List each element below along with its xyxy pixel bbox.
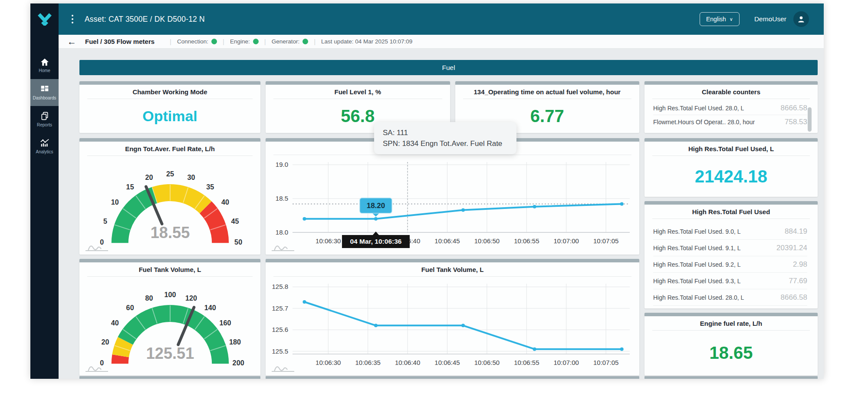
card-gauge-fuel-rate: Engn Tot.Aver. Fuel Rate, L/h 0510152025… [79,138,260,255]
svg-text:125.51: 125.51 [146,344,194,362]
svg-text:15: 15 [126,183,134,191]
svg-text:10:06:30: 10:06:30 [316,359,341,366]
group-banner: Fuel [79,60,818,75]
sparkline-toggle-icon[interactable] [271,241,295,252]
card-title: Fuel Tank Volume, L [266,262,639,276]
svg-text:10:06:45: 10:06:45 [434,237,460,245]
svg-text:160: 160 [219,319,231,327]
sparkline-toggle-icon[interactable] [271,361,295,373]
next-card-peek-bar [79,376,260,379]
svg-text:18.55: 18.55 [150,224,190,242]
fuel-rate-gauge[interactable]: 0510152025303540455018.55 [79,156,260,255]
svg-text:5: 5 [103,217,107,225]
svg-text:10:07:05: 10:07:05 [593,237,618,245]
svg-text:10:06:55: 10:06:55 [514,237,539,245]
svg-text:120: 120 [185,294,197,302]
svg-text:80: 80 [145,294,153,302]
sidebar-item-label: Dashboards [33,96,56,100]
reports-icon [40,112,49,120]
svg-text:04 Mar, 10:06:36: 04 Mar, 10:06:36 [350,238,402,245]
svg-text:45: 45 [231,217,239,225]
kebab-menu-icon[interactable] [72,15,73,23]
svg-text:20: 20 [145,173,153,181]
tooltip-sa-line: SA: 111 [383,127,508,138]
card-title: Chamber Working Mode [79,85,260,99]
card-title: Clearable counters [644,85,818,99]
svg-text:140: 140 [204,304,216,311]
counter-row: High Res.Total Fuel Used. 28.0, L8666.58 [653,102,807,115]
status-connection: Connection: [177,38,217,45]
topbar: Asset: CAT 3500E / DK D500-12 N English … [59,3,824,35]
card-accent-bar [644,201,818,205]
avatar[interactable] [793,11,809,27]
svg-text:10:06:50: 10:06:50 [474,237,500,245]
sidebar: Home Dashboards Reports [30,3,59,379]
svg-text:10:07:05: 10:07:05 [593,359,618,366]
tank-volume-chart[interactable]: 125.5125.6125.7125.810:06:3010:06:3510:0… [266,277,639,375]
sparkline-toggle-icon[interactable] [85,241,109,252]
card-title: 134_Operating time on actual fuel volume… [455,85,640,99]
status-dot-green [253,39,259,44]
svg-text:10:07:00: 10:07:00 [554,237,579,245]
status-generator: Generator: [272,38,309,45]
app-logo[interactable] [30,3,59,35]
svg-text:10:06:40: 10:06:40 [395,359,420,366]
last-update: Last update: 04 Mar 2025 10:07:09 [321,38,412,45]
card-accent-bar [644,313,818,316]
chart-tooltip: SA: 111 SPN: 1834 Engn Tot.Aver. Fuel Ra… [374,122,516,154]
language-selector[interactable]: English ∨ [700,12,740,26]
card-accent-bar [79,138,260,142]
counter-row: High Res.Total Fuel Used. 9.0, L884.19 [653,223,807,240]
svg-text:125.8: 125.8 [272,283,288,290]
sidebar-item-dashboards[interactable]: Dashboards [30,79,59,106]
card-accent-bar [644,138,818,142]
tank-volume-gauge[interactable]: 020406080100120140160180200125.51 [79,277,260,375]
engine-fuel-rate-value: 18.65 [644,331,818,375]
app-window: Home Dashboards Reports [30,3,824,379]
analytics-icon [40,139,49,147]
logo-chevron-icon [36,13,53,26]
counter-row: Flowmet.Hours Of Operat.. 28.0, hour758.… [653,115,807,129]
dashboard-content: Fuel Chamber Working Mode Optimal Engn T… [59,49,824,379]
sidebar-item-home[interactable]: Home [30,52,59,79]
svg-text:125.6: 125.6 [272,326,288,333]
card-chart-fuel-rate: 18.018.519.010:06:3010:06:3510:06:4010:0… [266,138,639,255]
user-name: DemoUser [754,15,786,23]
page-title: Fuel / 305 Flow meters [85,38,155,45]
svg-text:200: 200 [232,359,244,367]
home-icon [40,58,49,66]
svg-text:60: 60 [126,304,134,311]
sidebar-item-label: Analytics [36,149,53,154]
card-clearable-counters: Clearable counters High Res.Total Fuel U… [644,81,818,133]
scrollbar-thumb[interactable] [808,107,812,132]
svg-text:19.0: 19.0 [276,161,288,168]
chamber-mode-value: Optimal [79,99,260,133]
svg-text:30: 30 [187,173,195,181]
card-title: High Res.Total Fuel Used, L [644,142,818,156]
svg-text:40: 40 [221,198,229,206]
svg-text:10:06:30: 10:06:30 [316,237,341,245]
status-dot-green [302,39,308,44]
chevron-down-icon: ∨ [730,17,733,22]
card-title: Fuel Level 1, % [266,85,450,99]
svg-text:180: 180 [229,338,240,346]
card-accent-bar [266,259,639,262]
sidebar-item-analytics[interactable]: Analytics [30,133,59,160]
card-accent-bar [266,81,450,85]
svg-text:10:06:35: 10:06:35 [355,359,380,366]
svg-text:10:06:45: 10:06:45 [434,359,460,366]
svg-text:50: 50 [234,238,242,246]
asset-title: Asset: CAT 3500E / DK D500-12 N [85,15,205,24]
card-accent-bar [455,81,640,85]
card-accent-bar [79,81,260,85]
svg-text:100: 100 [164,291,176,298]
fuel-rate-chart[interactable]: 18.018.519.010:06:3010:06:3510:06:4010:0… [266,155,639,255]
card-engine-fuel-rate: Engine fuel rate, L/h 18.65 [644,313,818,375]
sparkline-toggle-icon[interactable] [85,361,109,373]
svg-text:125.7: 125.7 [272,305,288,312]
back-button[interactable]: ← [67,37,76,46]
svg-text:10:06:55: 10:06:55 [514,359,539,366]
sidebar-item-reports[interactable]: Reports [30,106,59,133]
sidebar-item-label: Home [39,68,50,73]
svg-text:10:07:00: 10:07:00 [554,359,579,366]
